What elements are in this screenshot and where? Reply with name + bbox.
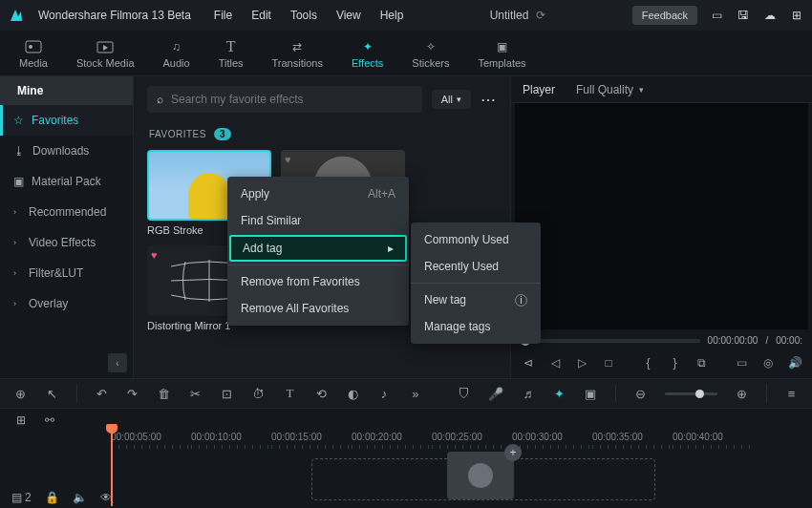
mark-in-icon[interactable]: { — [641, 355, 656, 370]
color-icon[interactable]: ◐ — [346, 386, 360, 401]
tab-titles[interactable]: TTitles — [219, 38, 244, 69]
ctx-add-tag[interactable]: Add tag▸ — [229, 235, 407, 262]
menu-help[interactable]: Help — [380, 9, 404, 22]
redo-icon[interactable]: ↷ — [126, 386, 140, 401]
tab-media[interactable]: Media — [19, 38, 48, 69]
prev-frame-icon[interactable]: ⊲ — [521, 355, 536, 370]
playhead-track[interactable] — [521, 339, 700, 343]
link-icon[interactable]: ⚯ — [42, 413, 57, 428]
sidebar-group-mine[interactable]: Mine — [0, 76, 133, 105]
submenu-new-tag[interactable]: New tagi — [411, 286, 541, 313]
preview-screen[interactable] — [515, 103, 808, 329]
delete-icon[interactable]: 🗑 — [157, 386, 171, 401]
zoom-handle[interactable] — [695, 390, 704, 398]
submenu-commonly-used[interactable]: Commonly Used — [411, 226, 541, 253]
view-options-icon[interactable]: ≡ — [784, 386, 799, 401]
cut-icon[interactable]: ✂ — [188, 386, 203, 401]
record-icon[interactable]: ▣ — [584, 386, 598, 401]
pointer-tool-icon[interactable]: ↖ — [45, 386, 59, 401]
expand-icon[interactable]: » — [408, 386, 422, 401]
tab-audio[interactable]: ♫Audio — [163, 38, 190, 69]
speed-icon[interactable]: ⏱ — [251, 386, 266, 401]
ctx-remove-all-favorites[interactable]: Remove All Favorites — [227, 295, 409, 322]
sidebar-item-material-pack[interactable]: ▣Material Pack — [0, 166, 133, 197]
sidebar-item-recommended[interactable]: ›Recommended — [0, 197, 133, 227]
chevron-down-icon: ▾ — [457, 95, 461, 104]
mic-icon[interactable]: 🎤 — [488, 386, 503, 401]
app-logo-icon — [8, 7, 25, 24]
svg-point-1 — [29, 45, 32, 49]
tab-stock-media[interactable]: Stock Media — [76, 38, 135, 69]
mute-tracks-icon[interactable]: 🔈 — [73, 491, 87, 504]
chevron-right-icon: ▸ — [388, 242, 394, 255]
lock-tracks-icon[interactable]: 🔒 — [45, 491, 59, 504]
collapse-sidebar-button[interactable]: ‹ — [108, 353, 127, 372]
layout-icon[interactable]: ▭ — [709, 8, 724, 23]
time-total: 00:00: — [776, 335, 802, 346]
menu-view[interactable]: View — [336, 9, 361, 22]
text-tool-icon[interactable]: T — [283, 386, 297, 401]
volume-icon[interactable]: 🔊 — [787, 355, 802, 370]
sidebar-item-overlay[interactable]: ›Overlay — [0, 288, 133, 319]
search-icon: ⌕ — [157, 93, 163, 106]
tab-stickers[interactable]: ✧Stickers — [412, 38, 449, 69]
more-icon[interactable]: ⋯ — [481, 91, 497, 109]
menu-tools[interactable]: Tools — [290, 9, 317, 22]
sidebar-item-video-effects[interactable]: ›Video Effects — [0, 227, 133, 258]
rotate-icon[interactable]: ⟲ — [314, 386, 329, 401]
cloud-icon[interactable]: ☁ — [762, 8, 778, 23]
document-title: Untitled — [490, 9, 529, 22]
menu-edit[interactable]: Edit — [251, 9, 271, 22]
snapshot-icon[interactable]: ◎ — [760, 355, 776, 370]
sync-icon[interactable]: ⟳ — [536, 9, 545, 22]
ctx-remove-favorite[interactable]: Remove from Favorites — [227, 268, 409, 295]
info-icon[interactable]: i — [515, 294, 527, 307]
volume-tool-icon[interactable]: ♪ — [377, 386, 392, 401]
audio-mixer-icon[interactable]: ♬ — [521, 386, 535, 401]
separator — [227, 265, 409, 265]
undo-icon[interactable]: ↶ — [95, 386, 109, 401]
search-box[interactable]: ⌕ — [147, 86, 422, 113]
ctx-find-similar[interactable]: Find Similar — [227, 207, 409, 234]
display-icon[interactable]: ▭ — [734, 355, 749, 370]
save-icon[interactable]: 🖫 — [736, 8, 751, 23]
ctx-apply[interactable]: ApplyAlt+A — [227, 180, 409, 207]
submenu-manage-tags[interactable]: Manage tags — [411, 313, 541, 340]
filter-all-button[interactable]: All▾ — [432, 90, 471, 109]
grid-icon[interactable]: ⊞ — [789, 8, 804, 23]
svg-rect-0 — [26, 41, 41, 53]
crop-icon[interactable]: ⧉ — [694, 355, 710, 370]
quality-select[interactable]: Full Quality▾ — [576, 83, 644, 96]
auto-icon[interactable]: ✦ — [552, 386, 566, 401]
track-count[interactable]: ▤2 — [11, 491, 32, 504]
zoom-in-icon[interactable]: ⊕ — [735, 386, 749, 401]
crop-tool-icon[interactable]: ⊡ — [220, 386, 234, 401]
menu-file[interactable]: File — [214, 9, 232, 22]
sidebar: Mine ☆Favorites ⭳Downloads ▣Material Pac… — [0, 76, 134, 378]
tab-templates[interactable]: ▣Templates — [478, 38, 525, 69]
stop-icon[interactable]: □ — [601, 355, 616, 370]
search-input[interactable] — [171, 93, 413, 106]
mark-out-icon[interactable]: } — [668, 355, 683, 370]
placeholder-clip[interactable]: + — [447, 452, 514, 499]
zoom-out-icon[interactable]: ⊖ — [633, 386, 648, 401]
timeline-panel: ⊞ ⚯ 00:00:05:00 00:00:10:00 00:00:15:00 … — [0, 409, 812, 508]
shield-icon[interactable]: ⛉ — [457, 386, 471, 401]
submenu-recently-used[interactable]: Recently Used — [411, 253, 541, 280]
feedback-button[interactable]: Feedback — [632, 6, 697, 25]
main-area: Mine ☆Favorites ⭳Downloads ▣Material Pac… — [0, 76, 812, 378]
add-clip-icon[interactable]: + — [504, 444, 522, 461]
sidebar-item-downloads[interactable]: ⭳Downloads — [0, 136, 133, 166]
marker-tool-icon[interactable]: ⊕ — [13, 386, 28, 401]
visible-tracks-icon[interactable]: 👁 — [100, 491, 112, 504]
player-tab[interactable]: Player — [523, 83, 555, 96]
sidebar-item-filter-lut[interactable]: ›Filter&LUT — [0, 258, 133, 288]
track-add-icon[interactable]: ⊞ — [13, 413, 29, 428]
tab-effects[interactable]: ✦Effects — [352, 38, 383, 69]
step-back-icon[interactable]: ◁ — [547, 355, 563, 370]
tab-transitions[interactable]: ⇄Transitions — [272, 38, 323, 69]
sidebar-item-favorites[interactable]: ☆Favorites — [0, 105, 133, 136]
zoom-slider[interactable] — [665, 392, 718, 395]
play-icon[interactable]: ▷ — [574, 355, 589, 370]
time-ruler[interactable]: 00:00:05:00 00:00:10:00 00:00:15:00 00:0… — [111, 432, 812, 449]
